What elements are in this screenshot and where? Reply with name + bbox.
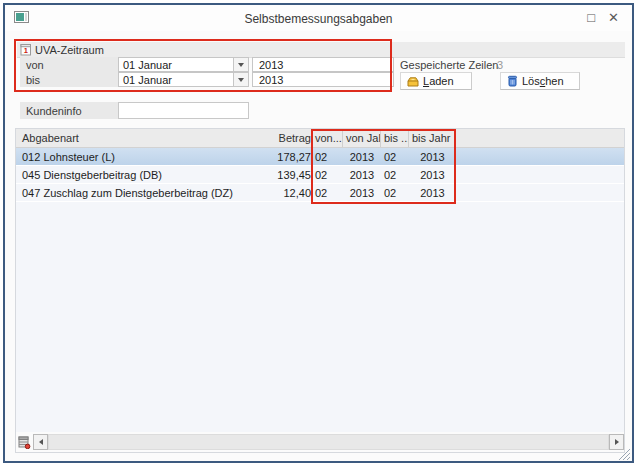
table-row[interactable]: 012 Lohnsteuer (L) 178,27 02 2013 02 201… [16, 148, 624, 166]
svg-text:1: 1 [24, 46, 28, 55]
resize-grip-icon[interactable] [618, 448, 631, 460]
table-row[interactable]: 047 Zuschlag zum Dienstgeberbeitrag (DZ)… [16, 184, 624, 202]
title-bar: Selbstbemessungsabgaben □ ✕ [5, 5, 632, 31]
column-header-betrag[interactable]: Betrag [252, 132, 312, 144]
abgaben-table: Abgabenart Betrag von... von Jahr bis ..… [15, 128, 625, 453]
table-header: Abgabenart Betrag von... von Jahr bis ..… [16, 129, 624, 148]
window-title: Selbstbemessungsabgaben [5, 12, 632, 26]
cell-von-jahr: 2013 [343, 169, 381, 181]
von-year-input[interactable] [252, 57, 394, 72]
bis-month-value: 01 Januar [119, 74, 233, 86]
cell-bis-jahr: 2013 [409, 187, 456, 199]
cell-von-monat: 02 [312, 151, 343, 163]
column-header-bis-jahr[interactable]: bis Jahr [409, 129, 456, 147]
cell-betrag: 139,45 [252, 169, 312, 181]
cell-bis-monat: 02 [381, 169, 409, 181]
cell-abgabenart: 045 Dienstgeberbeitrag (DB) [16, 169, 252, 181]
kundeninfo-label: Kundeninfo [20, 102, 118, 119]
saved-rows-label: Gespeicherte Zeilen [400, 59, 498, 71]
chevron-down-icon[interactable] [233, 58, 248, 71]
close-button[interactable]: ✕ [608, 10, 619, 25]
column-header-von-monat[interactable]: von... [312, 129, 343, 147]
delete-icon [507, 75, 518, 87]
chevron-down-icon[interactable] [233, 73, 248, 86]
load-button[interactable]: Laden [400, 72, 472, 90]
load-button-label: Laden [423, 75, 454, 87]
von-month-combobox[interactable]: 01 Januar [118, 57, 249, 72]
bis-year-input[interactable] [252, 72, 394, 87]
cell-bis-jahr: 2013 [409, 169, 456, 181]
calendar-icon: 1 [20, 43, 32, 56]
cell-von-monat: 02 [312, 169, 343, 181]
cell-betrag: 12,40 [252, 187, 312, 199]
von-month-value: 01 Januar [119, 59, 233, 71]
cell-betrag: 178,27 [252, 151, 312, 163]
von-label: von [20, 57, 118, 72]
bis-month-combobox[interactable]: 01 Januar [118, 72, 249, 87]
saved-rows-count: 3 [497, 59, 503, 71]
table-row[interactable]: 045 Dienstgeberbeitrag (DB) 139,45 02 20… [16, 166, 624, 184]
kundeninfo-input[interactable] [118, 102, 249, 119]
dialog-window: Selbstbemessungsabgaben □ ✕ 1 UVA-Zeitra… [3, 3, 634, 463]
cell-abgabenart: 012 Lohnsteuer (L) [16, 151, 252, 163]
cell-abgabenart: 047 Zuschlag zum Dienstgeberbeitrag (DZ) [16, 187, 252, 199]
bis-label: bis [20, 72, 118, 87]
column-header-abgabenart[interactable]: Abgabenart [16, 132, 252, 144]
uva-group-title: UVA-Zeitraum [35, 44, 104, 56]
maximize-button[interactable]: □ [587, 10, 595, 25]
scrollbar-track[interactable] [48, 434, 609, 450]
scroll-left-button[interactable] [33, 434, 48, 450]
column-header-von-jahr[interactable]: von Jahr [343, 129, 381, 147]
table-corner-icon[interactable] [16, 433, 33, 451]
cell-bis-jahr: 2013 [409, 151, 456, 163]
horizontal-scrollbar [16, 432, 624, 452]
load-icon [407, 76, 419, 87]
delete-button[interactable]: Löschen [500, 72, 580, 90]
cell-von-jahr: 2013 [343, 187, 381, 199]
column-header-bis-monat[interactable]: bis ... [381, 129, 409, 147]
delete-button-label: Löschen [522, 75, 564, 87]
cell-von-jahr: 2013 [343, 151, 381, 163]
cell-von-monat: 02 [312, 187, 343, 199]
uva-group-header: 1 UVA-Zeitraum [17, 42, 625, 58]
cell-bis-monat: 02 [381, 187, 409, 199]
cell-bis-monat: 02 [381, 151, 409, 163]
